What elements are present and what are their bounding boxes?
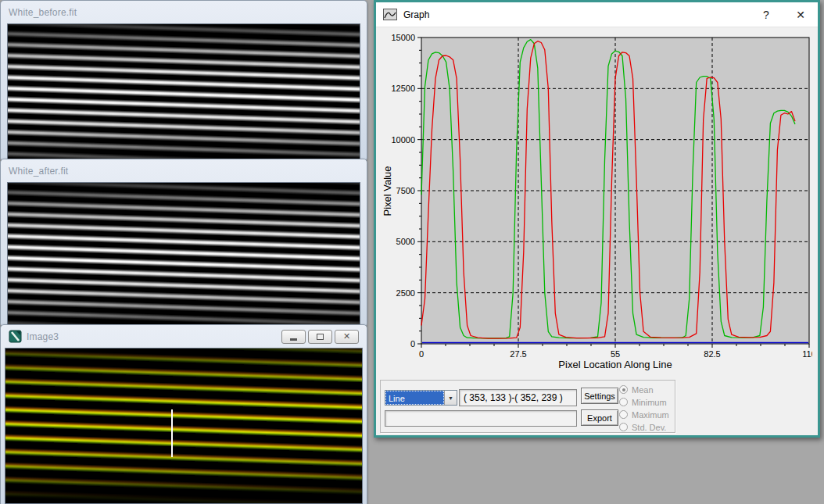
radio-label: Maximum — [632, 410, 669, 420]
white-before-image[interactable] — [7, 23, 360, 161]
mode-select-value: Line — [385, 391, 444, 405]
y-tick-label: 5000 — [396, 237, 415, 246]
white-after-titlebar[interactable]: White_after.fit — [1, 159, 367, 182]
brightness-shade — [5, 349, 362, 503]
settings-button[interactable]: Settings — [581, 388, 618, 404]
graph-titlebar[interactable]: Graph ? ✕ — [376, 2, 818, 27]
desktop-workspace: White_before.fit White_after.fit Im — [0, 0, 824, 504]
window-image3: Image3 ✕ — [0, 324, 367, 504]
y-tick-label: 10000 — [391, 135, 415, 145]
minimize-button[interactable] — [281, 330, 306, 344]
y-tick-label: 2500 — [396, 288, 415, 298]
x-tick-label: 82.5 — [704, 349, 720, 359]
window-white-after: White_after.fit — [0, 159, 367, 327]
line-chart: 0250050007500100001250015000027.55582.51… — [384, 34, 812, 359]
titlebar-buttons: ? ✕ — [749, 2, 818, 27]
restore-icon — [317, 334, 324, 340]
radio-maximum[interactable]: Maximum — [619, 409, 669, 420]
line-selection-marker[interactable] — [171, 409, 173, 457]
x-tick-label: 0 — [419, 349, 424, 359]
window-title: White_after.fit — [9, 166, 68, 177]
close-button[interactable]: ✕ — [783, 2, 818, 27]
radio-mean[interactable]: Mean — [619, 384, 669, 395]
window-title: Image3 — [27, 331, 59, 342]
radio-icon[interactable] — [619, 410, 628, 419]
graph-controls-group: Line ▼ ( 353, 133 )-( 352, 239 ) Setting… — [380, 380, 675, 433]
radio-icon[interactable] — [619, 385, 628, 394]
radio-std-dev[interactable]: Std. Dev. — [619, 421, 669, 433]
window-control-buttons: ✕ — [281, 330, 359, 344]
x-tick-label: 27.5 — [510, 349, 526, 359]
stat-radio-group: MeanMinimumMaximumStd. Dev. — [619, 384, 669, 433]
restore-button[interactable] — [308, 330, 332, 344]
y-tick-label: 12500 — [391, 84, 415, 93]
x-axis-title: Pixel Location Along Line — [421, 359, 809, 370]
mode-select[interactable]: Line ▼ — [385, 390, 457, 406]
image3-document-icon — [9, 330, 22, 343]
window-title: White_before.fit — [9, 7, 77, 18]
chevron-down-icon[interactable]: ▼ — [444, 391, 457, 405]
plot-region: Pixel Value 0250050007500100001250015000… — [376, 27, 818, 377]
y-tick-label: 15000 — [391, 34, 415, 42]
white-after-image[interactable] — [7, 182, 360, 327]
y-tick-label: 0 — [410, 339, 415, 349]
brightness-shade — [8, 183, 360, 326]
white-before-titlebar[interactable]: White_before.fit — [1, 1, 367, 23]
radio-minimum[interactable]: Minimum — [619, 396, 669, 408]
y-tick-label: 7500 — [396, 186, 415, 195]
image3-image[interactable] — [5, 348, 363, 504]
coordinates-field[interactable]: ( 353, 133 )-( 352, 239 ) — [459, 389, 577, 406]
window-white-before: White_before.fit — [0, 0, 367, 162]
help-button[interactable]: ? — [749, 2, 783, 27]
radio-label: Std. Dev. — [632, 423, 666, 432]
value-field[interactable] — [385, 410, 577, 427]
brightness-shade — [8, 24, 360, 160]
radio-label: Minimum — [632, 398, 667, 407]
x-tick-label: 55 — [611, 349, 620, 359]
image3-titlebar[interactable]: Image3 ✕ — [1, 325, 367, 348]
x-tick-label: 110 — [802, 349, 812, 359]
window-title: Graph — [403, 9, 429, 20]
close-button[interactable]: ✕ — [335, 330, 359, 344]
graph-window-icon — [383, 9, 397, 20]
radio-icon[interactable] — [619, 423, 628, 431]
export-button[interactable]: Export — [581, 409, 618, 426]
radio-label: Mean — [632, 385, 654, 395]
close-icon: ✕ — [343, 332, 350, 341]
radio-icon[interactable] — [619, 398, 628, 406]
minimize-icon — [290, 338, 297, 341]
graph-window: Graph ? ✕ Pixel Value 025005000750010000… — [374, 0, 820, 438]
